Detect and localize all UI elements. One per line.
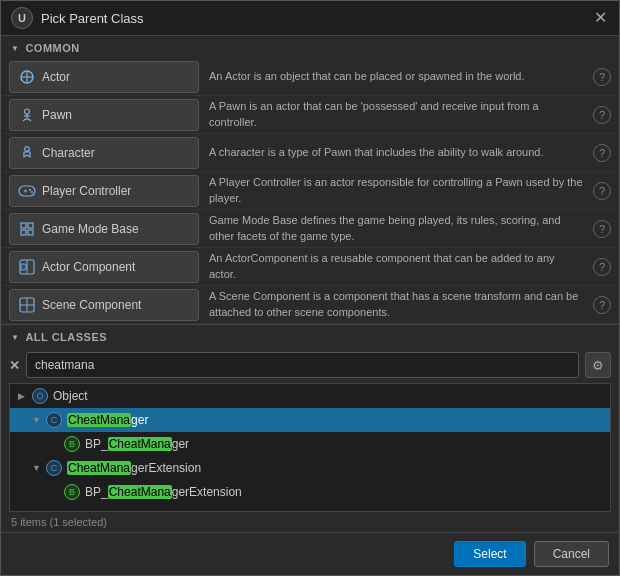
scene-component-help[interactable]: ?: [593, 296, 611, 314]
actor-component-label: Actor Component: [42, 260, 135, 274]
class-row-pawn: Pawn A Pawn is an actor that can be 'pos…: [1, 96, 619, 134]
all-classes-label: ALL CLASSES: [25, 331, 107, 343]
scene-component-desc: A Scene Component is a component that ha…: [199, 289, 593, 320]
svg-rect-14: [21, 230, 26, 235]
character-label: Character: [42, 146, 95, 160]
actor-component-icon: [18, 258, 36, 276]
player-controller-desc: A Player Controller is an actor responsi…: [199, 175, 593, 206]
character-button[interactable]: Character: [9, 137, 199, 169]
pawn-icon: [18, 106, 36, 124]
actor-desc: An Actor is an object that can be placed…: [199, 69, 593, 84]
class-row-scene-component: Scene Component A Scene Component is a c…: [1, 286, 619, 324]
tree-arrow: ▼: [32, 463, 46, 473]
svg-rect-12: [21, 223, 26, 228]
tree-item-object[interactable]: ▶ O Object: [10, 384, 610, 408]
actor-button[interactable]: Actor: [9, 61, 199, 93]
title-bar: U Pick Parent Class ✕: [1, 1, 619, 36]
common-section-header: ▼ COMMON: [1, 36, 619, 58]
common-label: COMMON: [25, 42, 79, 54]
class-row-character: Character A character is a type of Pawn …: [1, 134, 619, 172]
tree-item-cheatmanager[interactable]: ▼ C CheatManager: [10, 408, 610, 432]
player-controller-help[interactable]: ?: [593, 182, 611, 200]
game-mode-base-help[interactable]: ?: [593, 220, 611, 238]
game-mode-base-label: Game Mode Base: [42, 222, 139, 236]
player-controller-icon: [18, 182, 36, 200]
actor-icon: [18, 68, 36, 86]
character-desc: A character is a type of Pawn that inclu…: [199, 145, 593, 160]
pawn-desc: A Pawn is an actor that can be 'possesse…: [199, 99, 593, 130]
cheatmanager-label: CheatManager: [67, 413, 148, 427]
common-section: ▼ COMMON Actor An Actor is an object tha…: [1, 36, 619, 324]
title-bar-left: U Pick Parent Class: [11, 7, 144, 29]
dialog-content: ▼ COMMON Actor An Actor is an object tha…: [1, 36, 619, 532]
class-row-player-controller: Player Controller A Player Controller is…: [1, 172, 619, 210]
actor-component-desc: An ActorComponent is a reusable componen…: [199, 251, 593, 282]
pawn-button[interactable]: Pawn: [9, 99, 199, 131]
actor-component-help[interactable]: ?: [593, 258, 611, 276]
svg-point-11: [31, 191, 33, 193]
all-classes-header: ▼ ALL CLASSES: [1, 325, 619, 347]
game-mode-base-desc: Game Mode Base defines the game being pl…: [199, 213, 593, 244]
svg-rect-15: [28, 230, 33, 235]
svg-point-6: [25, 146, 30, 151]
pawn-help[interactable]: ?: [593, 106, 611, 124]
game-mode-base-button[interactable]: Game Mode Base: [9, 213, 199, 245]
scene-component-icon: [18, 296, 36, 314]
close-button[interactable]: ✕: [591, 9, 609, 27]
tree-item-bp-cheatmanager[interactable]: B BP_CheatManager: [10, 432, 610, 456]
scene-component-button[interactable]: Scene Component: [9, 289, 199, 321]
pawn-label: Pawn: [42, 108, 72, 122]
dialog-footer: Select Cancel: [1, 532, 619, 575]
game-mode-base-icon: [18, 220, 36, 238]
all-classes-section: ▼ ALL CLASSES ✕ ⚙ ▶ O Object: [1, 325, 619, 532]
all-classes-arrow: ▼: [11, 333, 19, 342]
actor-component-button[interactable]: Actor Component: [9, 251, 199, 283]
bp-cheatmanagerextension-icon: B: [64, 484, 80, 500]
tree-arrow: ▶: [18, 391, 32, 401]
character-help[interactable]: ?: [593, 144, 611, 162]
status-bar: 5 items (1 selected): [1, 512, 619, 532]
player-controller-label: Player Controller: [42, 184, 131, 198]
search-input[interactable]: [26, 352, 579, 378]
svg-point-10: [29, 189, 31, 191]
object-icon: O: [32, 388, 48, 404]
dialog-title: Pick Parent Class: [41, 11, 144, 26]
bp-cheatmanager-icon: B: [64, 436, 80, 452]
cancel-button[interactable]: Cancel: [534, 541, 609, 567]
object-label: Object: [53, 389, 88, 403]
pick-parent-class-dialog: U Pick Parent Class ✕ ▼ COMMON Actor An …: [0, 0, 620, 576]
actor-label: Actor: [42, 70, 70, 84]
actor-help[interactable]: ?: [593, 68, 611, 86]
common-arrow: ▼: [11, 44, 19, 53]
class-row-actor: Actor An Actor is an object that can be …: [1, 58, 619, 96]
search-row: ✕ ⚙: [1, 347, 619, 383]
svg-point-3: [25, 109, 30, 114]
class-row-game-mode-base: Game Mode Base Game Mode Base defines th…: [1, 210, 619, 248]
settings-button[interactable]: ⚙: [585, 352, 611, 378]
class-row-actor-component: Actor Component An ActorComponent is a r…: [1, 248, 619, 286]
svg-rect-13: [28, 223, 33, 228]
scene-component-label: Scene Component: [42, 298, 141, 312]
svg-rect-17: [21, 264, 26, 270]
cheatmanagerextension-label: CheatManagerExtension: [67, 461, 201, 475]
select-button[interactable]: Select: [454, 541, 525, 567]
bp-cheatmanager-label: BP_CheatManager: [85, 437, 189, 451]
cheatmanagerextension-icon: C: [46, 460, 62, 476]
tree-item-cheatmanagerextension[interactable]: ▼ C CheatManagerExtension: [10, 456, 610, 480]
tree-arrow: ▼: [32, 415, 46, 425]
character-icon: [18, 144, 36, 162]
ue-logo: U: [11, 7, 33, 29]
cheatmanager-icon: C: [46, 412, 62, 428]
player-controller-button[interactable]: Player Controller: [9, 175, 199, 207]
bp-cheatmanagerextension-label: BP_CheatManagerExtension: [85, 485, 242, 499]
class-tree[interactable]: ▶ O Object ▼ C CheatManager B BP_CheatMa…: [9, 383, 611, 512]
search-clear-button[interactable]: ✕: [9, 358, 20, 373]
tree-item-bp-cheatmanagerextension[interactable]: B BP_CheatManagerExtension: [10, 480, 610, 504]
